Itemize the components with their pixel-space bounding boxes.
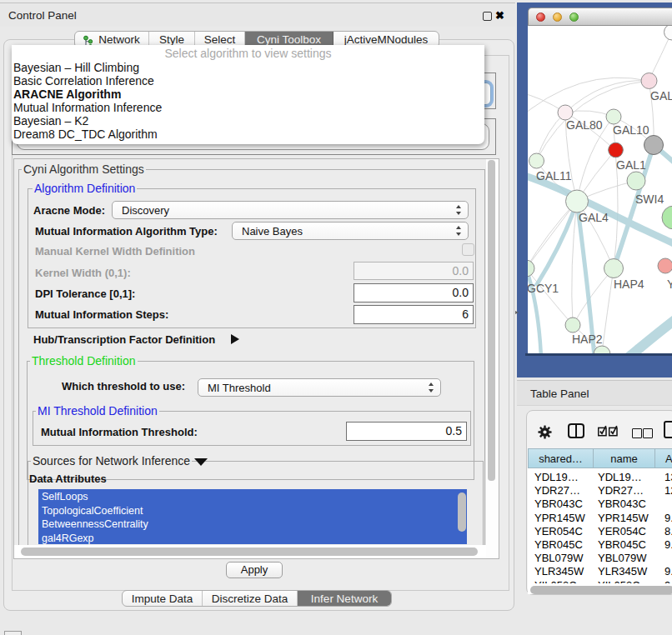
svg-text:GAL4: GAL4 xyxy=(579,211,609,224)
svg-text:GAL11: GAL11 xyxy=(536,169,572,182)
svg-text:Y: Y xyxy=(667,278,672,291)
svg-text:HAP4: HAP4 xyxy=(614,278,644,291)
svg-text:GAL7: GAL7 xyxy=(650,89,672,102)
svg-text:GAL1: GAL1 xyxy=(616,158,646,172)
svg-text:GCY1: GCY1 xyxy=(528,282,559,295)
svg-text:HAP2: HAP2 xyxy=(572,332,603,346)
svg-text:GAL10: GAL10 xyxy=(613,123,649,137)
svg-text:GAL80: GAL80 xyxy=(566,118,603,132)
svg-text:SWI4: SWI4 xyxy=(635,192,664,206)
